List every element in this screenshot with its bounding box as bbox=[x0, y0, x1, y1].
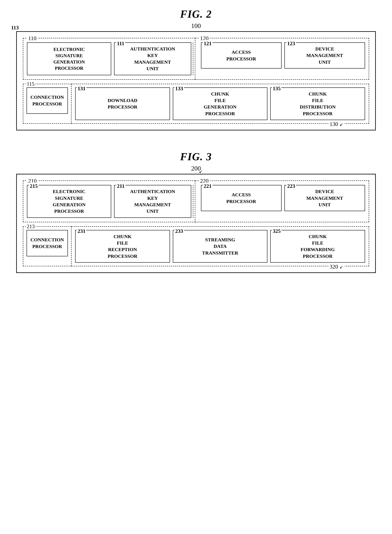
box-223: 223 DEVICEMANAGEMENTUNIT bbox=[285, 185, 365, 211]
section-110-label: 110 bbox=[27, 35, 38, 42]
box-113: 113 ELECTRONICSIGNATUREGENERATIONPROCESS… bbox=[27, 42, 111, 75]
label-215: 215 bbox=[29, 182, 38, 190]
section-120: 120 121 ACCESSPROCESSOR 123 DEVICEMANAGE… bbox=[195, 38, 369, 80]
figure-2: FIG. 2 100 110 113 ELECTRONICSIGNATUREGE… bbox=[16, 8, 376, 130]
label-211: 211 bbox=[116, 182, 125, 190]
section-110: 110 113 ELECTRONICSIGNATUREGENERATIONPRO… bbox=[23, 38, 195, 80]
label-221: 221 bbox=[203, 182, 213, 190]
figure-3: FIG. 3 200 ↙ 210 215 ELECTRONICSIGNATURE… bbox=[16, 151, 376, 273]
fig3-outer-label: 200 ↙ bbox=[191, 165, 201, 172]
box-111: 111 AUTHENTICATIONKEYMANAGEMENTUNIT bbox=[114, 42, 191, 75]
fig2-outer-label: 100 bbox=[191, 22, 201, 30]
fig2-outer-box: 110 113 ELECTRONICSIGNATUREGENERATIONPRO… bbox=[16, 31, 376, 130]
label-121: 121 bbox=[203, 40, 213, 47]
section-130: 131 DOWNLOADPROCESSOR 133 CHUNKFILEGENER… bbox=[71, 84, 369, 124]
section-210: 210 215 ELECTRONICSIGNATUREGENERATIONPRO… bbox=[23, 181, 195, 222]
divider-110-120 bbox=[193, 42, 193, 75]
box-233: 233 STREAMINGDATATRANSMITTER bbox=[173, 230, 268, 263]
label-123: 123 bbox=[286, 40, 296, 47]
section-130-label: 130 ↙ bbox=[328, 121, 344, 127]
box-123: 123 DEVICEMANAGEMENTUNIT bbox=[285, 42, 365, 69]
box-215: 215 ELECTRONICSIGNATUREGENERATIONPROCESS… bbox=[27, 185, 111, 218]
label-213: 213 bbox=[26, 224, 36, 229]
box-213: CONNECTIONPROCESSOR bbox=[27, 230, 68, 256]
fig2-title: FIG. 2 bbox=[16, 8, 376, 20]
section-213: 213 CONNECTIONPROCESSOR bbox=[23, 226, 71, 267]
box-131: 131 DOWNLOADPROCESSOR bbox=[75, 87, 170, 120]
label-115: 115 bbox=[26, 81, 35, 87]
label-135: 135 bbox=[272, 85, 281, 92]
fig3-outer-box: 210 215 ELECTRONICSIGNATUREGENERATIONPRO… bbox=[16, 174, 376, 273]
box-133: 133 CHUNKFILEGENERATIONPROCESSOR bbox=[173, 87, 268, 120]
box-231: 231 CHUNKFILERECEPTIONPROCESSOR bbox=[75, 230, 170, 263]
section-320-label: 320 ↙ bbox=[328, 263, 344, 270]
label-131: 131 bbox=[77, 85, 86, 92]
divider-210-220 bbox=[193, 185, 193, 218]
fig2-title-text: FIG. 2 bbox=[180, 8, 212, 20]
label-111: 111 bbox=[116, 40, 125, 47]
fig3-title-text: FIG. 3 bbox=[180, 151, 212, 162]
fig3-title: FIG. 3 bbox=[16, 151, 376, 163]
section-220: 220 221 ACCESSPROCESSOR 223 DEVICEMANAGE… bbox=[195, 181, 369, 222]
box-221: 221 ACCESSPROCESSOR bbox=[201, 185, 282, 211]
label-113: 113 bbox=[11, 24, 19, 31]
box-135: 135 CHUNKFILEDISTRIBUTIONPROCESSOR bbox=[270, 87, 365, 120]
label-133: 133 bbox=[174, 85, 184, 92]
label-231: 231 bbox=[77, 228, 86, 235]
label-325: 325 bbox=[272, 228, 281, 235]
box-211: 211 AUTHENTICATIONKEYMANAGEMENTUNIT bbox=[114, 185, 191, 218]
label-233: 233 bbox=[174, 228, 184, 235]
box-115: CONNECTIONPROCESSOR bbox=[27, 87, 68, 114]
label-223: 223 bbox=[286, 182, 296, 190]
box-325: 325 CHUNKFILEFORWARDINGPROCESSOR bbox=[270, 230, 365, 263]
section-115: 115 CONNECTIONPROCESSOR bbox=[23, 84, 71, 124]
section-320: 231 CHUNKFILERECEPTIONPROCESSOR 233 STRE… bbox=[71, 226, 369, 267]
box-121: 121 ACCESSPROCESSOR bbox=[201, 42, 282, 69]
